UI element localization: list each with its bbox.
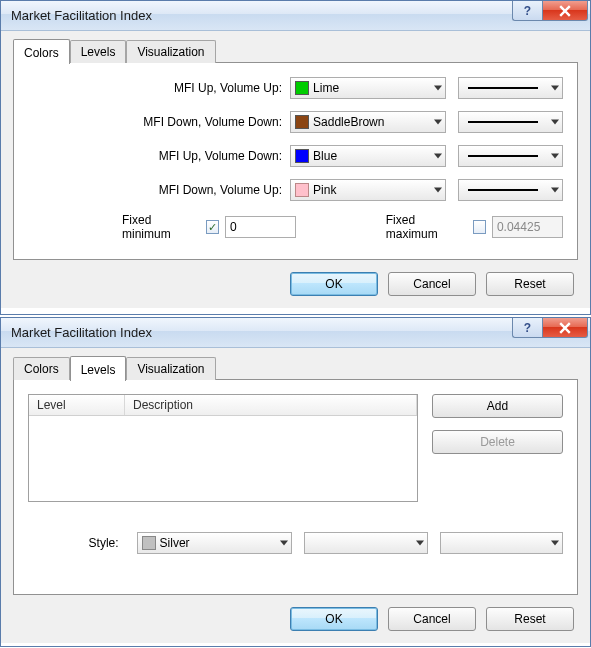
- color-combo-mfi-down-vol-up[interactable]: Pink: [290, 179, 446, 201]
- help-button[interactable]: ?: [512, 318, 542, 338]
- col-description[interactable]: Description: [125, 395, 417, 415]
- width-combo[interactable]: [458, 77, 563, 99]
- window-title: Market Facilitation Index: [11, 325, 512, 340]
- line-sample-icon: [468, 155, 538, 157]
- close-button[interactable]: [542, 1, 588, 21]
- style-label: Style:: [28, 536, 125, 550]
- chevron-down-icon: [551, 541, 559, 546]
- color-swatch-icon: [295, 115, 309, 129]
- color-name: SaddleBrown: [313, 115, 384, 129]
- chevron-down-icon: [434, 86, 442, 91]
- dialog-mfi-colors: Market Facilitation Index ? Colors Level…: [0, 0, 591, 315]
- chevron-down-icon: [434, 120, 442, 125]
- close-icon: [558, 322, 572, 334]
- fixed-max-input[interactable]: [492, 216, 563, 238]
- fixed-min-input[interactable]: [225, 216, 296, 238]
- tabstrip: Colors Levels Visualization: [13, 39, 578, 63]
- button-row: OK Cancel Reset: [13, 595, 578, 633]
- help-button[interactable]: ?: [512, 1, 542, 21]
- window-title: Market Facilitation Index: [11, 8, 512, 23]
- col-level[interactable]: Level: [29, 395, 125, 415]
- chevron-down-icon: [551, 154, 559, 159]
- color-name: Blue: [313, 149, 337, 163]
- cancel-button[interactable]: Cancel: [388, 272, 476, 296]
- close-icon: [558, 5, 572, 17]
- list-header: Level Description: [29, 395, 417, 416]
- tabstrip: Colors Levels Visualization: [13, 356, 578, 380]
- chevron-down-icon: [551, 86, 559, 91]
- add-button[interactable]: Add: [432, 394, 563, 418]
- fixed-max-checkbox[interactable]: [473, 220, 486, 234]
- chevron-down-icon: [434, 188, 442, 193]
- line-sample-icon: [468, 87, 538, 89]
- reset-button[interactable]: Reset: [486, 607, 574, 631]
- cancel-button[interactable]: Cancel: [388, 607, 476, 631]
- tab-colors[interactable]: Colors: [13, 357, 70, 380]
- color-name: Pink: [313, 183, 336, 197]
- row-label: MFI Up, Volume Up:: [28, 81, 290, 95]
- chevron-down-icon: [416, 541, 424, 546]
- delete-button[interactable]: Delete: [432, 430, 563, 454]
- close-button[interactable]: [542, 318, 588, 338]
- chevron-down-icon: [551, 120, 559, 125]
- line-sample-icon: [468, 189, 538, 191]
- tab-colors[interactable]: Colors: [13, 39, 70, 64]
- reset-button[interactable]: Reset: [486, 272, 574, 296]
- color-swatch-icon: [295, 183, 309, 197]
- color-swatch-icon: [142, 536, 156, 550]
- dialog-mfi-levels: Market Facilitation Index ? Colors Level…: [0, 317, 591, 647]
- color-combo-mfi-up-vol-down[interactable]: Blue: [290, 145, 446, 167]
- style-line-combo[interactable]: [304, 532, 427, 554]
- fixed-min-label: Fixed minimum: [122, 213, 200, 241]
- color-swatch-icon: [295, 149, 309, 163]
- style-color-combo[interactable]: Silver: [137, 532, 292, 554]
- color-name: Lime: [313, 81, 339, 95]
- color-name: Silver: [160, 536, 190, 550]
- tab-visualization[interactable]: Visualization: [126, 40, 215, 63]
- tabpage-colors: MFI Up, Volume Up: Lime MFI Down, Volume…: [13, 62, 578, 260]
- chevron-down-icon: [280, 541, 288, 546]
- width-combo[interactable]: [458, 145, 563, 167]
- chevron-down-icon: [551, 188, 559, 193]
- line-sample-icon: [468, 121, 538, 123]
- fixed-min-checkbox[interactable]: [206, 220, 219, 234]
- width-combo[interactable]: [458, 111, 563, 133]
- chevron-down-icon: [434, 154, 442, 159]
- line-sample-icon: [445, 543, 541, 544]
- tabpage-levels: Level Description Add Delete Style: Silv…: [13, 379, 578, 595]
- ok-button[interactable]: OK: [290, 272, 378, 296]
- fixed-max-label: Fixed maximum: [386, 213, 467, 241]
- color-swatch-icon: [295, 81, 309, 95]
- style-width-combo[interactable]: [440, 532, 563, 554]
- line-sample-icon: [309, 543, 405, 544]
- color-combo-mfi-down-vol-down[interactable]: SaddleBrown: [290, 111, 446, 133]
- tab-levels[interactable]: Levels: [70, 40, 127, 63]
- tab-levels[interactable]: Levels: [70, 356, 127, 381]
- tab-visualization[interactable]: Visualization: [126, 357, 215, 380]
- row-label: MFI Down, Volume Down:: [28, 115, 290, 129]
- button-row: OK Cancel Reset: [13, 260, 578, 298]
- titlebar[interactable]: Market Facilitation Index ?: [1, 1, 590, 31]
- row-label: MFI Up, Volume Down:: [28, 149, 290, 163]
- ok-button[interactable]: OK: [290, 607, 378, 631]
- width-combo[interactable]: [458, 179, 563, 201]
- levels-list[interactable]: Level Description: [28, 394, 418, 502]
- row-label: MFI Down, Volume Up:: [28, 183, 290, 197]
- color-combo-mfi-up-vol-up[interactable]: Lime: [290, 77, 446, 99]
- titlebar[interactable]: Market Facilitation Index ?: [1, 318, 590, 348]
